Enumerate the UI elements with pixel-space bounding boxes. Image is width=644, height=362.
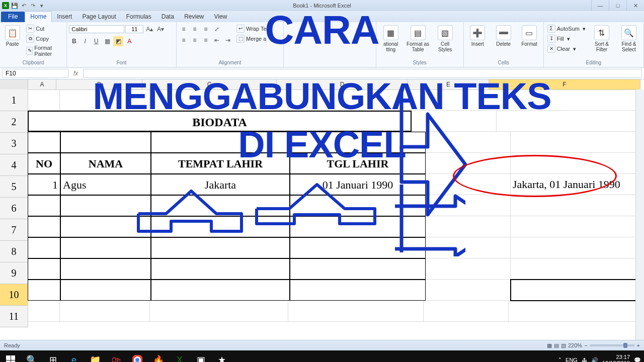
- edge-icon[interactable]: e: [64, 351, 84, 362]
- start-button[interactable]: [1, 351, 20, 362]
- merge-button[interactable]: ⬚Merge a: [235, 34, 272, 43]
- volume-icon[interactable]: 🔊: [591, 357, 598, 363]
- active-cell[interactable]: [511, 280, 644, 301]
- vertical-scrollbar[interactable]: [635, 89, 644, 340]
- align-top-icon[interactable]: ≡: [179, 24, 189, 34]
- wrap-text-button[interactable]: ↩Wrap Text: [235, 24, 272, 33]
- row-10[interactable]: 10: [0, 284, 28, 306]
- row-4[interactable]: 4: [0, 154, 28, 176]
- border-button[interactable]: ▦: [102, 36, 112, 46]
- hdr-nama[interactable]: NAMA: [60, 153, 151, 174]
- fill-color-button[interactable]: ◩: [113, 36, 123, 46]
- app-icon[interactable]: ▣: [191, 351, 210, 362]
- tab-page-layout[interactable]: Page Layout: [77, 12, 121, 22]
- cell-tempat[interactable]: Jakarta: [151, 174, 290, 195]
- delete-cells-button[interactable]: ➖Delete: [492, 24, 515, 48]
- search-button[interactable]: 🔍: [22, 351, 41, 362]
- insert-cells-button[interactable]: ➕Insert: [466, 24, 490, 48]
- view-layout-icon[interactable]: ▤: [554, 342, 559, 349]
- row-2[interactable]: 2: [0, 111, 28, 133]
- row-5[interactable]: 5: [0, 176, 28, 198]
- network-icon[interactable]: 🖧: [582, 357, 587, 362]
- maximize-button[interactable]: □: [609, 0, 626, 11]
- col-F[interactable]: F: [489, 79, 640, 89]
- autosum-button[interactable]: ΣAutoSum ▾: [546, 24, 587, 33]
- biodata-title[interactable]: BIODATA: [28, 111, 412, 132]
- save-icon[interactable]: 💾: [11, 2, 18, 9]
- grow-font-icon[interactable]: A▴: [144, 24, 154, 34]
- grid[interactable]: BIODATA NO NAMA TEMPAT LAHIR TGL LAHIR 1…: [28, 89, 644, 322]
- undo-icon[interactable]: ↶: [20, 2, 27, 9]
- indent-dec-icon[interactable]: ⇤: [212, 35, 222, 45]
- explorer-icon[interactable]: 📁: [86, 351, 105, 362]
- fill-button[interactable]: ↧Fill ▾: [546, 34, 587, 43]
- underline-button[interactable]: U: [91, 36, 101, 46]
- tab-view[interactable]: View: [209, 12, 232, 22]
- col-D[interactable]: D: [277, 79, 408, 89]
- view-normal-icon[interactable]: ▦: [547, 342, 552, 349]
- bold-button[interactable]: B: [69, 36, 79, 46]
- file-tab[interactable]: File: [1, 12, 25, 22]
- fx-icon[interactable]: fx: [70, 70, 81, 77]
- hdr-tempat[interactable]: TEMPAT LAHIR: [151, 153, 290, 174]
- font-size-select[interactable]: 11: [125, 25, 143, 33]
- align-middle-icon[interactable]: ≡: [190, 24, 200, 34]
- italic-button[interactable]: I: [80, 36, 90, 46]
- format-cells-button[interactable]: ▭Format: [517, 24, 541, 48]
- cell-nama[interactable]: Agus: [60, 174, 151, 195]
- clock[interactable]: 23:1710/12/2018: [602, 354, 630, 362]
- col-C[interactable]: C: [142, 79, 277, 89]
- clear-button[interactable]: ✕Clear ▾: [546, 44, 587, 53]
- font-name-select[interactable]: Calibri: [69, 25, 124, 33]
- orientation-icon[interactable]: ⤢: [212, 24, 222, 34]
- formula-input[interactable]: [83, 69, 642, 78]
- view-break-icon[interactable]: ▧: [561, 342, 566, 349]
- row-1[interactable]: 1: [0, 89, 28, 111]
- font-color-button[interactable]: A: [124, 36, 134, 46]
- align-right-icon[interactable]: ≡: [201, 35, 211, 45]
- zoom-control[interactable]: ▦ ▤ ▧ 220% −+: [547, 342, 640, 349]
- hdr-tgl[interactable]: TGL LAHIR: [290, 153, 426, 174]
- tab-insert[interactable]: Insert: [52, 12, 77, 22]
- cell-result[interactable]: Jakarta, 01 Januari 1990: [511, 174, 644, 195]
- row-11[interactable]: 11: [0, 306, 28, 327]
- hdr-no[interactable]: NO: [28, 153, 60, 174]
- close-button[interactable]: ✕: [626, 0, 644, 11]
- worksheet[interactable]: A B C D E F 1 2 3 4 5 6 7 8 9 10 11 BIOD…: [0, 79, 644, 340]
- format-painter-button[interactable]: ✎Format Painter: [25, 44, 64, 57]
- cell-styles-button[interactable]: ▧Cell Styles: [433, 24, 458, 53]
- cell-no[interactable]: 1: [28, 174, 60, 195]
- row-6[interactable]: 6: [0, 198, 28, 219]
- name-box[interactable]: F10: [2, 69, 68, 78]
- app-icon-2[interactable]: ★: [212, 351, 231, 362]
- row-7[interactable]: 7: [0, 219, 28, 241]
- col-B[interactable]: B: [56, 79, 142, 89]
- lang-indicator[interactable]: ENG: [566, 357, 578, 362]
- excel-taskbar-icon[interactable]: X: [170, 351, 189, 362]
- find-select-button[interactable]: 🔍Find & Select: [616, 24, 641, 53]
- align-bottom-icon[interactable]: ≡: [201, 24, 211, 34]
- chrome-icon[interactable]: [128, 351, 147, 362]
- cut-button[interactable]: ✂Cut: [25, 24, 64, 33]
- row-8[interactable]: 8: [0, 241, 28, 262]
- tab-review[interactable]: Review: [179, 12, 209, 22]
- select-all-box[interactable]: [0, 79, 28, 89]
- tab-home[interactable]: Home: [25, 11, 52, 22]
- redo-icon[interactable]: ↷: [29, 2, 36, 9]
- qat-dropdown-icon[interactable]: ▾: [38, 2, 45, 9]
- col-A[interactable]: A: [28, 79, 56, 89]
- shrink-font-icon[interactable]: A▾: [155, 24, 166, 34]
- align-center-icon[interactable]: ≡: [190, 35, 200, 45]
- conditional-formatting-button[interactable]: ▦ational tting: [378, 24, 404, 53]
- row-9[interactable]: 9: [0, 262, 28, 284]
- indent-inc-icon[interactable]: ⇥: [223, 35, 233, 45]
- notifications-icon[interactable]: 💬: [634, 357, 641, 363]
- tab-formulas[interactable]: Formulas: [121, 12, 156, 22]
- store-icon[interactable]: 🛍: [107, 351, 126, 362]
- sort-filter-button[interactable]: ⇅Sort & Filter: [589, 24, 614, 53]
- tab-data[interactable]: Data: [156, 12, 179, 22]
- task-view-button[interactable]: ⊞: [43, 351, 62, 362]
- col-E[interactable]: E: [408, 79, 489, 89]
- zoom-level[interactable]: 220%: [568, 342, 582, 348]
- copy-button[interactable]: ⧉Copy: [25, 34, 64, 43]
